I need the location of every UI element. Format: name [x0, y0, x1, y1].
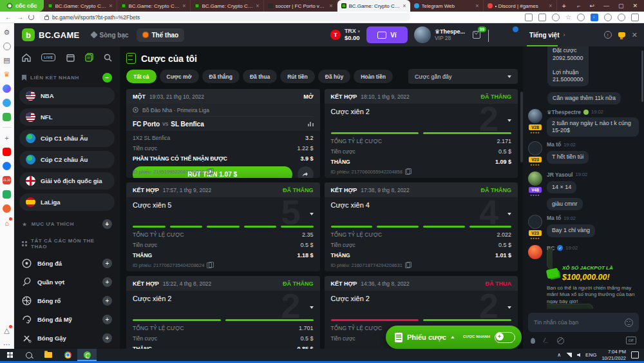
garena-icon[interactable] — [3, 204, 11, 213]
calendar-icon[interactable] — [66, 54, 75, 62]
taskbar-search[interactable] — [19, 349, 39, 361]
close-chat-icon[interactable]: ✕ — [632, 31, 638, 39]
downloads-tray-icon[interactable] — [631, 14, 639, 21]
chat-language-tab[interactable]: Tiếng việt — [529, 32, 560, 39]
tab-history-icon[interactable]: ↩ — [589, 3, 594, 9]
my-bets-icon[interactable] — [85, 53, 93, 62]
download-manager-icon[interactable] — [591, 14, 598, 21]
bet-card-single[interactable]: MỘT 19:03, 21 thg 10, 2022 MỞ Bồ Đào Nha… — [126, 89, 320, 178]
gif-keyboard-icon[interactable]: GIF — [626, 337, 636, 344]
expand-icon[interactable] — [507, 119, 511, 122]
bell-icon[interactable] — [488, 30, 498, 39]
gamepad-icon[interactable] — [3, 113, 11, 121]
minimize-button[interactable]: — — [603, 3, 609, 9]
add-shortcut-icon[interactable]: + — [3, 133, 11, 142]
tab-search-icon[interactable]: ⌐ — [577, 3, 580, 9]
copy-icon[interactable] — [207, 169, 212, 175]
close-tab-icon[interactable]: × — [109, 3, 112, 9]
speaker-icon[interactable] — [577, 353, 580, 357]
avatar[interactable] — [528, 141, 542, 155]
bc-bot-avatar[interactable] — [528, 245, 542, 259]
chat-toggle-icon[interactable] — [505, 30, 515, 39]
profile-menu[interactable]: ♛Thespe... VIP 28 — [414, 26, 465, 43]
reload-icon[interactable] — [28, 14, 34, 20]
expand-icon[interactable] — [310, 306, 314, 309]
nav-sports[interactable]: Thế thao — [137, 28, 185, 42]
close-tab-icon[interactable]: × — [549, 3, 552, 9]
shop-icon[interactable] — [3, 190, 11, 199]
balance-selector[interactable]: T TRX ▾ $0.00 — [330, 28, 360, 41]
close-tab-icon[interactable]: × — [475, 3, 478, 9]
sidebar-item-laliga[interactable]: LaLiga — [19, 193, 115, 211]
coccoc-menu-button[interactable]: cốc cốc — [0, 0, 44, 12]
language-indicator[interactable]: ENG — [585, 352, 596, 358]
avatar[interactable] — [528, 109, 542, 123]
sidebar-item-nba[interactable]: NBA — [19, 87, 115, 104]
back-icon[interactable]: ← — [5, 14, 12, 21]
taskbar-clock[interactable]: 7:04 PM 10/21/2022 — [601, 349, 626, 361]
bet-card-combo[interactable]: KẾT HỢP 15:22, 4 thg 8, 2022 ĐÃ THẮNG Cư… — [126, 276, 320, 349]
add-favorite-button[interactable]: + — [102, 219, 112, 229]
share-bet-button[interactable] — [298, 166, 314, 178]
wallet-button[interactable]: Ví — [366, 26, 408, 43]
bookmark-star-icon[interactable]: ☆ — [565, 14, 571, 21]
coccoc-taskbar-icon[interactable] — [77, 349, 97, 361]
expand-icon[interactable] — [507, 213, 511, 215]
sidebar-sport-tennis[interactable]: Quần vợt + — [19, 273, 115, 291]
browser-tab-5-active[interactable]: BC.Game: Crypto Casino× — [337, 0, 410, 12]
youtube-icon[interactable] — [3, 148, 11, 156]
add-sport-button[interactable]: + — [102, 259, 112, 268]
sidebar-sport-football[interactable]: Bóng đá + — [19, 254, 115, 273]
live-icon[interactable]: LIVE — [41, 54, 55, 61]
url-field[interactable]: bc.game/vi/sports?bt-path=%2Fbets — [39, 13, 410, 21]
filter-cashout[interactable]: Rút tiền — [280, 70, 315, 83]
close-tab-icon[interactable]: × — [256, 3, 259, 9]
emoji-picker-icon[interactable] — [625, 319, 633, 327]
crown-icon[interactable]: ♛ — [3, 70, 11, 79]
copy-icon[interactable] — [405, 262, 410, 268]
extension-icon[interactable] — [604, 14, 612, 21]
network-icon[interactable] — [566, 353, 572, 357]
add-sport-button[interactable]: + — [102, 333, 112, 343]
file-explorer-icon[interactable] — [39, 349, 58, 361]
copy-icon[interactable] — [405, 169, 410, 175]
bcgame-logo[interactable]: b BC.GAME — [22, 28, 80, 41]
sidebar-sport-basketball[interactable]: Bóng rổ + — [19, 291, 115, 310]
bet-card-combo[interactable]: KẾT HỢP 17:38, 9 thg 8, 2022 ĐÃ THẮNG Cư… — [325, 182, 518, 271]
filter-open[interactable]: Cược mở — [160, 70, 199, 83]
sidebar-sport-american-football[interactable]: Bóng đá Mỹ + — [19, 310, 115, 329]
sidebar-sport-cricket[interactable]: Bóng Gậy + — [19, 329, 115, 348]
copy-icon[interactable] — [207, 262, 212, 268]
sidebar-item-cup-c2[interactable]: Cúp C2 châu Âu — [19, 151, 115, 168]
stats-icon[interactable] — [308, 122, 314, 126]
sidebar-item-national-league[interactable]: Giải vô địch quốc gia — [19, 172, 115, 190]
action-center-icon[interactable] — [631, 351, 639, 358]
home-icon[interactable] — [22, 54, 31, 62]
messenger-icon[interactable] — [3, 84, 11, 93]
filter-all[interactable]: Tất cả — [126, 70, 156, 83]
rain-icon[interactable] — [531, 338, 535, 344]
new-tab-button[interactable]: + — [557, 0, 571, 12]
search-icon[interactable] — [104, 54, 112, 62]
close-tab-icon[interactable]: × — [402, 3, 406, 9]
notifications-bell-icon[interactable]: △ — [3, 326, 11, 335]
betslip-button[interactable]: Phiếu cược CƯỢC NHANH — [386, 326, 522, 349]
coinflip-icon[interactable] — [557, 337, 564, 344]
sort-dropdown[interactable]: Cược gần đây — [408, 69, 518, 84]
settings-gear-icon[interactable]: ⚙ — [3, 28, 11, 37]
filter-won[interactable]: Đã thắng — [202, 70, 240, 83]
add-sport-button[interactable]: + — [102, 277, 112, 287]
commands-icon[interactable]: /_ — [544, 337, 549, 344]
social-icon[interactable] — [3, 99, 11, 107]
browser-tab-1[interactable]: BC.Game: Crypto Casino× — [44, 0, 117, 12]
history-clock-icon[interactable] — [3, 43, 11, 50]
browser-tab-7[interactable]: • Discord | #games× — [484, 0, 557, 12]
profile-icon[interactable] — [618, 14, 625, 21]
chat-input[interactable]: Tin nhắn của bạn — [528, 313, 639, 332]
bet-card-combo[interactable]: KẾT HỢP 18:10, 1 thg 9, 2022 ĐÃ THẮNG Cư… — [325, 89, 518, 178]
filter-lost[interactable]: Đã thua — [243, 70, 277, 83]
maximize-button[interactable]: ▢ — [618, 3, 624, 9]
avatar[interactable] — [528, 215, 542, 229]
tray-expand-icon[interactable]: ∧ — [557, 352, 561, 358]
mail-icon[interactable]: 99 — [471, 30, 482, 39]
